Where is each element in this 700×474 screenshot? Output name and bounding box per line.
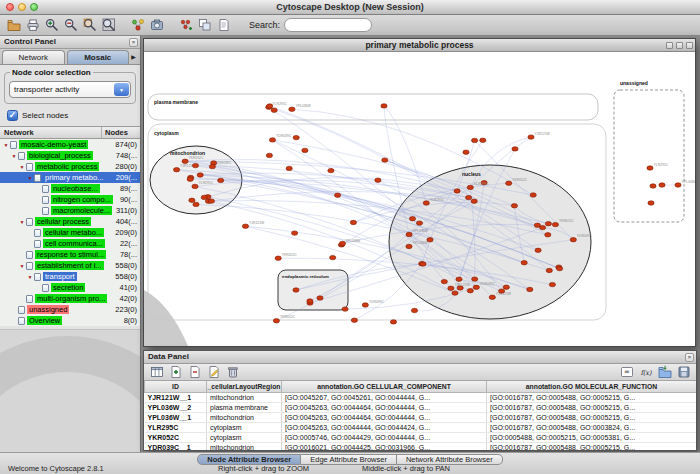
- tree-node-count: 78(...: [120, 250, 140, 259]
- network-canvas[interactable]: plasma membranecytoplasmmitochondrionnuc…: [144, 52, 695, 346]
- zoom-selected-icon[interactable]: [80, 16, 99, 34]
- control-panel-title: Control Panel: [4, 37, 56, 46]
- tree-row-macromolecule[interactable]: macromolecule...311(0): [0, 205, 140, 216]
- color-attribute-dropdown-value: transporter activity: [14, 85, 79, 94]
- tree-node-count: 209(0): [115, 228, 140, 237]
- tree-row-nitrogen-compo[interactable]: nitrogen compo...90(...: [0, 194, 140, 205]
- tree-node-count: 42(0): [119, 294, 140, 303]
- table-row[interactable]: YLR295Ccytoplasm[GO:0045263, GO:0044444,…: [145, 422, 697, 432]
- graphics-details-icon[interactable]: [128, 16, 147, 34]
- trash-icon[interactable]: [223, 363, 242, 381]
- tree-node-icon: [18, 306, 25, 314]
- window-title: Cytoscape Desktop (New Session): [0, 0, 700, 14]
- open-session-icon[interactable]: [4, 16, 23, 34]
- tree-row-cell-communica[interactable]: cell communica...22(...: [0, 238, 140, 249]
- import-table-icon[interactable]: [655, 363, 674, 381]
- select-nodes-checkbox[interactable]: [7, 110, 18, 121]
- tree-node-count: 41(0): [119, 283, 140, 292]
- tree-row-unassigned[interactable]: unassigned223(0): [0, 304, 140, 315]
- tree-row-overview[interactable]: Overview8(0): [0, 315, 140, 326]
- zoom-fit-icon[interactable]: [99, 16, 118, 34]
- tree-row-multi-organism-pro[interactable]: multi-organism pro...42(0): [0, 293, 140, 304]
- cell-node-id: YKR052C: [145, 432, 207, 442]
- tree-row-nucleobase[interactable]: nucleobase...89(...: [0, 183, 140, 194]
- export-table-icon[interactable]: [674, 363, 693, 381]
- snapshot-icon[interactable]: [147, 16, 166, 34]
- print-icon[interactable]: [23, 16, 42, 34]
- annotation-icon[interactable]: [214, 16, 233, 34]
- tree-expander-icon[interactable]: ▼: [18, 164, 26, 170]
- table-row[interactable]: YDR039C__1mitochondrion[GO:0016021, GO:0…: [145, 442, 697, 450]
- close-window-button[interactable]: [6, 3, 14, 11]
- table-row[interactable]: YPL036W__1mitochondrion[GO:0045263, GO:0…: [145, 412, 697, 422]
- tree-node-label: unassigned: [27, 305, 69, 314]
- edit-attribute-icon[interactable]: [204, 363, 223, 381]
- tree-expander-icon[interactable]: ▼: [26, 175, 34, 181]
- delete-attribute-icon[interactable]: [185, 363, 204, 381]
- duplicate-network-icon[interactable]: [195, 16, 214, 34]
- tree-expander-icon[interactable]: ▼: [10, 153, 18, 159]
- tree-node-label: nitrogen compo...: [51, 195, 113, 204]
- equation-icon[interactable]: =: [617, 363, 636, 381]
- toolbar-icon-group: [4, 16, 233, 34]
- frame-minimize-icon[interactable]: [666, 42, 673, 49]
- tree-row-secretion[interactable]: secretion41(0): [0, 282, 140, 293]
- tree-node-count: 311(0): [116, 206, 140, 215]
- tree-row-transport[interactable]: ▼transport558(0): [0, 271, 140, 282]
- tree-row-establishment-of-l[interactable]: ▼establishment of l...558(0): [0, 260, 140, 271]
- cell-value: [GO:0016787, GO:0005488, GO:0005215, G..…: [487, 402, 697, 412]
- tree-expander-icon[interactable]: ▼: [18, 219, 26, 225]
- svg-text:endoplasmic reticulum: endoplasmic reticulum: [282, 274, 329, 279]
- tree-column-nodes[interactable]: Nodes: [102, 127, 140, 138]
- zoom-in-icon[interactable]: [42, 16, 61, 34]
- tab-scroll-right-icon[interactable]: [129, 50, 138, 64]
- frame-close-icon[interactable]: [686, 42, 693, 49]
- table-row[interactable]: YPL036W__2plasma membrane[GO:0045263, GO…: [145, 402, 697, 412]
- table-columns-icon[interactable]: [147, 363, 166, 381]
- tree-row-biological-process[interactable]: ▼biological_process748(...: [0, 150, 140, 161]
- zoom-out-icon[interactable]: [61, 16, 80, 34]
- tree-expander-icon[interactable]: ▼: [2, 142, 10, 148]
- frame-maximize-icon[interactable]: [676, 42, 683, 49]
- search-input[interactable]: [284, 18, 372, 32]
- table-row[interactable]: YKR052Ccytoplasm[GO:0005746, GO:0044429,…: [145, 432, 697, 442]
- tree-row-metabolic-process[interactable]: ▼metabolic process280(0): [0, 161, 140, 172]
- tab-mosaic[interactable]: Mosaic: [67, 50, 130, 64]
- tree-row-mosaic-demo-yeast[interactable]: ▼mosaic-demo-yeast874(0): [0, 139, 140, 150]
- svg-text:YLR295C: YLR295C: [654, 163, 669, 167]
- data-panel-title: Data Panel: [148, 352, 189, 361]
- tree-expander-icon[interactable]: ▼: [18, 263, 26, 269]
- minimize-window-button[interactable]: [18, 3, 26, 11]
- cell-value: mitochondrion: [207, 392, 282, 402]
- function-builder-icon[interactable]: f(x): [636, 363, 655, 381]
- tree-expander-icon[interactable]: ▼: [26, 274, 34, 280]
- cell-value: [GO:0016787, GO:0005488, GO:0005215, G..…: [487, 392, 697, 402]
- control-panel-close-icon[interactable]: [129, 38, 138, 47]
- tree-row-primary-metabo[interactable]: ▼primary metabo...209(...: [0, 172, 140, 183]
- chevron-down-icon[interactable]: [114, 83, 129, 96]
- tree-node-icon: [42, 284, 49, 292]
- new-network-from-selection-icon[interactable]: [176, 16, 195, 34]
- tree-row-response-to-stimul[interactable]: response to stimul...78(...: [0, 249, 140, 260]
- new-attribute-icon[interactable]: [166, 363, 185, 381]
- column-header[interactable]: ID: [145, 381, 207, 392]
- column-header[interactable]: annotation.GO MOLECULAR_FUNCTION: [487, 381, 697, 392]
- data-panel-close-icon[interactable]: [685, 353, 694, 362]
- window-titlebar[interactable]: Cytoscape Desktop (New Session): [0, 0, 700, 15]
- network-frame-titlebar[interactable]: primary metabolic process: [144, 39, 695, 52]
- table-row[interactable]: YJR121W__1mitochondrion[GO:0045267, GO:0…: [145, 392, 697, 402]
- data-panel-titlebar: Data Panel: [144, 351, 696, 364]
- tree-column-network[interactable]: Network: [0, 127, 102, 138]
- svg-text:YKR052C: YKR052C: [512, 178, 528, 182]
- color-attribute-dropdown[interactable]: transporter activity: [9, 81, 131, 98]
- svg-text:YLR295C: YLR295C: [474, 182, 489, 186]
- column-header[interactable]: _cellularLayoutRegion: [207, 381, 282, 392]
- tree-node-icon: [42, 196, 49, 204]
- svg-text:YKR052C: YKR052C: [189, 156, 205, 160]
- column-header[interactable]: annotation.GO CELLULAR_COMPONENT: [282, 381, 487, 392]
- zoom-window-button[interactable]: [30, 3, 38, 11]
- tab-network[interactable]: Network: [2, 50, 65, 64]
- tree-row-cellular-metabo[interactable]: cellular metabo...209(0): [0, 227, 140, 238]
- svg-text:YJR121W: YJR121W: [249, 221, 265, 225]
- tree-row-cellular-process[interactable]: ▼cellular process404(...: [0, 216, 140, 227]
